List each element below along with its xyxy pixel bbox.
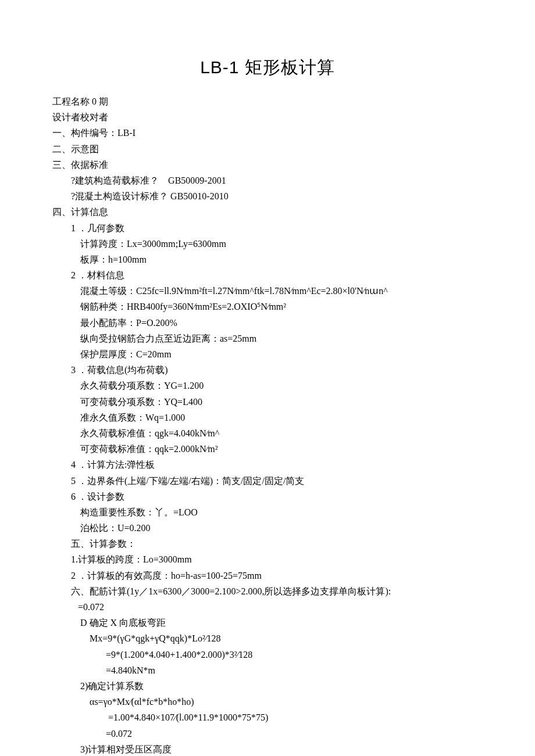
section-3-heading: 三、依据标准: [52, 157, 483, 173]
s4-p1-a: 计算跨度：Lx=3000mm;Ly=6300mm: [52, 236, 483, 252]
section-6-heading: 六、配筋计算(1y／1x=6300／3000=2.100>2.000,所以选择多…: [52, 583, 483, 599]
project-name: 工程名称 0 期: [52, 94, 483, 109]
s6-p1-e: 2)确定计算系数: [52, 678, 483, 694]
s6-p1-a: D 确定 X 向底板弯距: [52, 615, 483, 630]
s4-p6-a: 构造重要性系数：丫。=LOO: [52, 504, 483, 520]
s4-p2-a: 混凝土等级：C25fc=ll.9N⁄mm²ft=l.27N⁄mm^ftk=l.7…: [52, 283, 483, 299]
s4-p2-heading: 2 ．材料信息: [52, 267, 483, 283]
s4-p2-c: 最小配筋率：P=O.200%: [52, 315, 483, 331]
s6-p1-h: =0.072: [52, 599, 483, 615]
s6-p1-c: =9*(1.200*4.040+1.400*2.000)*3²⁄128: [52, 647, 483, 662]
s6-p1-d: =4.840kN*m: [52, 662, 483, 678]
section-5-heading: 五、计算参数：: [52, 536, 483, 551]
s4-p3-b: 可变荷载分项系数：YQ=L400: [52, 394, 483, 410]
s4-p1-b: 板厚：h=100mm: [52, 252, 483, 267]
section-2-heading: 二、示意图: [52, 141, 483, 157]
s4-p3-d: 永久荷载标准值：qgk=4.040kN⁄m^: [52, 425, 483, 441]
s4-p2-e: 保护层厚度：C=20mm: [52, 346, 483, 362]
s6-p1-g: =1.00*4.840×107⁄(l.00*11.9*1000*75*75): [52, 710, 483, 725]
s4-p4-heading: 4 ．计算方法:弹性板: [52, 457, 483, 472]
s6-p1-i: 3)计算相对受压区高度: [52, 741, 483, 756]
s4-p5-heading: 5 ．边界条件(上端/下端/左端/右端)：简支/固定/固定/简支: [52, 473, 483, 489]
s4-p2-d: 纵向受拉钢筋合力点至近边距离：as=25mm: [52, 331, 483, 346]
designer-line: 设计者校对者: [52, 109, 483, 125]
s4-p3-c: 准永久值系数：Wq=1.000: [52, 410, 483, 425]
s4-p3-e: 可变荷载标准值：qqk=2.000kN⁄m²: [52, 441, 483, 457]
s4-p1-heading: 1 ．几何参数: [52, 220, 483, 236]
s5-b: 2 ．计算板的有效高度：ho=h-as=100-25=75mm: [52, 568, 483, 583]
s6-p1-b: Mx=9*(γG*qgk+γQ*qqk)*Lo²⁄128: [52, 630, 483, 646]
standard-2: ?混凝土构造设计标准？ GB50010-2010: [52, 188, 483, 204]
section-1-heading: 一、构件编号：LB-I: [52, 125, 483, 141]
s6-p1-h2: =0.072: [52, 726, 483, 741]
standard-1: ?建筑构造荷载标准？ GB50009-2001: [52, 173, 483, 188]
s4-p6-heading: 6 ．设计参数: [52, 489, 483, 504]
document-title: LB-1 矩形板计算: [52, 52, 483, 82]
s4-p3-a: 永久荷载分项系数：YG=1.200: [52, 378, 483, 393]
s4-p3-heading: 3 ．荷载信息(均布荷载): [52, 362, 483, 378]
document-page: LB-1 矩形板计算 工程名称 0 期 设计者校对者 一、构件编号：LB-I 二…: [0, 0, 535, 756]
s5-a: 1.计算板的跨度：Lo=3000mm: [52, 551, 483, 567]
s6-p1-f: αs=γo*Mx⁄(αl*fc*b*ho*ho): [52, 694, 483, 710]
s4-p6-b: 泊松比：U=0.200: [52, 520, 483, 536]
s4-p2-b: 钢筋种类：HRB400fy=360N⁄mm²Es=2.OXIO⁵N⁄mm²: [52, 299, 483, 314]
section-4-heading: 四、计算信息: [52, 204, 483, 220]
